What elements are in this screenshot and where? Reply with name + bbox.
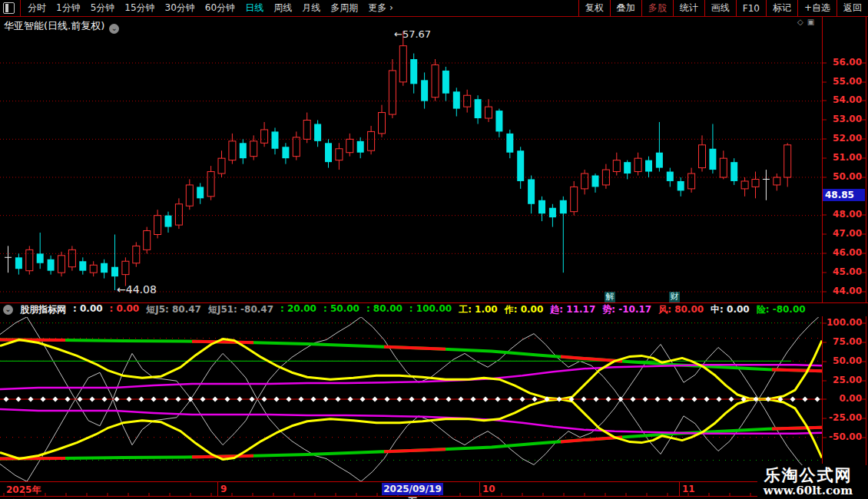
low-annotation: ←44.08 (117, 283, 157, 296)
chart-corner-icons: ◇▣ (797, 18, 818, 26)
top-menu-bar: 分时1分钟5分钟15分钟30分钟60分钟日线周线月线多周期更多 › 复权叠加多股… (0, 0, 868, 17)
indicator-value: : 80.00 (366, 303, 403, 316)
price-label: 47.00 (827, 229, 862, 239)
indicator-value: 中: 0.00 (711, 303, 750, 316)
overlay-badge-jie[interactable]: 解 (605, 292, 615, 302)
menu-item-60分钟[interactable]: 60分钟 (205, 2, 235, 15)
indicator-value: 风: 80.00 (658, 303, 704, 316)
indicator-value: : 50.00 (323, 303, 359, 316)
date-label: 9 (220, 484, 227, 494)
menu-item-15分钟[interactable]: 15分钟 (124, 2, 154, 15)
square-icon[interactable]: ▣ (807, 18, 818, 26)
menu-item-更多 ›[interactable]: 更多 › (368, 2, 393, 15)
menu-button-统计[interactable]: 统计 (673, 0, 704, 16)
menu-button-多股[interactable]: 多股 (641, 0, 673, 16)
menu-item-周线[interactable]: 周线 (273, 2, 292, 15)
indicator-value: 工: 1.00 (459, 303, 498, 316)
indicator-value: 险: -80.00 (757, 303, 806, 316)
indicator-value: : 0.00 (110, 303, 140, 316)
indicator-values: 股朋指标网: 0.00: 0.00短J5: 80.47短J51: -80.47:… (20, 303, 806, 316)
indicator-value: 作: 0.00 (505, 303, 544, 316)
menu-item-1分钟[interactable]: 1分钟 (56, 2, 81, 15)
indicator-value: : 0.00 (73, 303, 103, 316)
indicator-value: 短J51: -80.47 (208, 303, 273, 316)
price-label: 54.00 (827, 95, 862, 105)
menu-item-多周期[interactable]: 多周期 (330, 2, 358, 15)
menu-item-月线[interactable]: 月线 (302, 2, 320, 15)
indicator-header: ⌄ 股朋指标网: 0.00: 0.00短J5: 80.47短J51: -80.4… (0, 302, 868, 316)
date-divider (679, 482, 680, 497)
peak-annotation: ←57.67 (394, 28, 431, 40)
menu-separator (20, 0, 21, 16)
indicator-axis-label: 75.00 (827, 337, 862, 347)
watermark-site-name: 乐淘公式网 (764, 467, 853, 484)
period-menu: 分时1分钟5分钟15分钟30分钟60分钟日线周线月线多周期更多 › (28, 2, 393, 15)
chart-canvas[interactable] (0, 0, 868, 499)
menu-item-日线[interactable]: 日线 (245, 2, 263, 15)
price-label: 53.00 (827, 114, 862, 124)
menu-item-分时[interactable]: 分时 (28, 2, 46, 15)
menu-button-叠加[interactable]: 叠加 (610, 0, 641, 16)
indicator-value: 股朋指标网 (20, 303, 66, 316)
indicator-axis-label: 50.00 (827, 356, 862, 366)
chart-title-text: 华亚智能(日线.前复权) (4, 20, 104, 31)
menu-button-复权[interactable]: 复权 (578, 0, 610, 16)
indicator-axis-label: -25.00 (827, 413, 862, 423)
watermark: 乐淘公式网 www.60lt.com (757, 465, 856, 497)
tools-menu: 复权叠加多股统计画线F10标记+自选返回 (578, 0, 868, 16)
price-label: 48.00 (827, 210, 862, 220)
indicator-value: 趋: 11.17 (550, 303, 595, 316)
indicator-value: 短J5: 80.47 (146, 303, 201, 316)
menu-item-30分钟[interactable]: 30分钟 (165, 2, 195, 15)
menu-button-F10[interactable]: F10 (736, 0, 766, 16)
date-divider (217, 482, 218, 497)
current-price-badge: 48.85 (823, 189, 865, 201)
selected-date-badge: 2025/09/19五 (382, 483, 443, 495)
indicator-axis-label: -50.00 (827, 432, 862, 442)
menu-button-画线[interactable]: 画线 (704, 0, 736, 16)
date-label: 11 (682, 484, 695, 494)
date-label: 2025年 (6, 484, 41, 497)
indicator-value: 势: -10.17 (602, 303, 651, 316)
price-label: 51.00 (827, 153, 862, 163)
indicator-value: : 20.00 (280, 303, 316, 316)
price-label: 56.00 (827, 58, 862, 68)
price-label: 46.00 (827, 248, 862, 258)
price-label: 45.00 (827, 267, 862, 277)
date-divider (479, 482, 480, 497)
menu-button-+自选[interactable]: +自选 (797, 0, 837, 16)
indicator-chevron-icon[interactable]: ⌄ (3, 305, 13, 315)
menu-button-标记[interactable]: 标记 (766, 0, 797, 16)
menu-item-5分钟[interactable]: 5分钟 (91, 2, 115, 15)
price-label: 50.00 (827, 172, 862, 182)
chevron-down-icon[interactable]: ⌄ (109, 24, 119, 34)
indicator-axis-label: 25.00 (827, 375, 862, 385)
menu-button-返回[interactable]: 返回 (837, 0, 868, 16)
diamond-icon[interactable]: ◇ (797, 18, 807, 26)
window-layout-icon[interactable] (3, 2, 15, 14)
indicator-axis-label: 0.00 (827, 394, 862, 404)
price-label: 55.00 (827, 77, 862, 87)
date-label: 10 (482, 484, 495, 494)
watermark-url: www.60lt.com (764, 484, 853, 497)
indicator-axis-label: 100.00 (827, 318, 862, 328)
indicator-value: : 100.00 (409, 303, 452, 316)
price-label: 44.00 (827, 286, 862, 296)
overlay-badge-cai[interactable]: 财 (669, 292, 680, 302)
chart-title: 华亚智能(日线.前复权)⌄ (4, 19, 119, 34)
app-window: 分时1分钟5分钟15分钟30分钟60分钟日线周线月线多周期更多 › 复权叠加多股… (0, 0, 868, 499)
price-label: 52.00 (827, 134, 862, 144)
